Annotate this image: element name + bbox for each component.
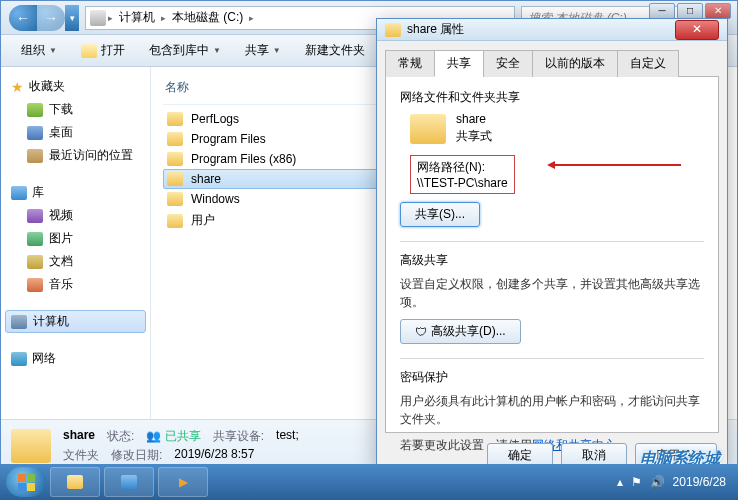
window-controls: ─ □ ✕ — [649, 3, 731, 19]
device-value: test; — [276, 428, 299, 445]
folder-icon — [167, 112, 183, 126]
section-desc: 设置自定义权限，创建多个共享，并设置其他高级共享选项。 — [400, 275, 704, 311]
download-icon — [27, 103, 43, 117]
folder-icon — [167, 132, 183, 146]
folder-icon — [167, 172, 183, 186]
device-label: 共享设备: — [213, 428, 264, 445]
star-icon: ★ — [11, 79, 24, 95]
sidebar-item-documents[interactable]: 文档 — [5, 250, 146, 273]
share-menu[interactable]: 共享▼ — [235, 38, 291, 63]
status-label: 状态: — [107, 428, 134, 445]
sidebar-libraries[interactable]: 库 — [5, 181, 146, 204]
clock[interactable]: 2019/6/28 — [673, 475, 726, 489]
tab-panel-sharing: 网络文件和文件夹共享 share 共享式 网络路径(N): \\TEST-PC\… — [385, 77, 719, 433]
nav-arrows: ← → ▾ — [9, 5, 79, 31]
netpath-label: 网络路径(N): — [417, 159, 508, 176]
desktop-icon — [27, 126, 43, 140]
sidebar: ★收藏夹 下载 桌面 最近访问的位置 库 视频 图片 文档 音乐 计算机 网络 — [1, 67, 151, 419]
taskbar-item-explorer[interactable] — [50, 467, 100, 497]
close-button[interactable]: ✕ — [705, 3, 731, 19]
tray-chevron-icon[interactable]: ▴ — [617, 475, 623, 489]
taskbar: ▶ ▴ ⚑ 🔊 2019/6/28 — [0, 464, 738, 500]
drive-icon — [90, 10, 106, 26]
sidebar-item-desktop[interactable]: 桌面 — [5, 121, 146, 144]
breadcrumb-computer[interactable]: 计算机 — [115, 9, 159, 26]
share-name: share — [456, 112, 492, 126]
shared-badge: 👥 已共享 — [146, 428, 200, 445]
document-icon — [27, 255, 43, 269]
library-icon — [121, 475, 137, 489]
advanced-share-button[interactable]: 🛡高级共享(D)... — [400, 319, 521, 344]
sidebar-item-pictures[interactable]: 图片 — [5, 227, 146, 250]
library-icon — [11, 186, 27, 200]
section-desc: 用户必须具有此计算机的用户帐户和密码，才能访问共享文件夹。 — [400, 392, 704, 428]
taskbar-item-media[interactable]: ▶ — [158, 467, 208, 497]
sidebar-item-videos[interactable]: 视频 — [5, 204, 146, 227]
sidebar-item-downloads[interactable]: 下载 — [5, 98, 146, 121]
organize-menu[interactable]: 组织▼ — [11, 38, 67, 63]
section-title: 密码保护 — [400, 369, 704, 386]
sidebar-item-recent[interactable]: 最近访问的位置 — [5, 144, 146, 167]
shared-folder-icon — [410, 114, 446, 144]
video-icon — [27, 209, 43, 223]
share-button[interactable]: 共享(S)... — [400, 202, 480, 227]
details-name: share — [63, 428, 95, 445]
section-title: 高级共享 — [400, 252, 704, 269]
folder-icon — [167, 214, 183, 228]
annotation-arrow — [551, 164, 681, 166]
folder-icon — [167, 152, 183, 166]
computer-icon — [11, 315, 27, 329]
tab-security[interactable]: 安全 — [483, 50, 533, 77]
include-menu[interactable]: 包含到库中▼ — [139, 38, 231, 63]
chevron-right-icon: ▸ — [161, 13, 166, 23]
tray-flag-icon[interactable]: ⚑ — [631, 475, 642, 489]
media-icon: ▶ — [179, 475, 188, 489]
sidebar-network[interactable]: 网络 — [5, 347, 146, 370]
section-title: 网络文件和文件夹共享 — [400, 89, 704, 106]
folder-icon — [385, 23, 401, 37]
network-path-box: 网络路径(N): \\TEST-PC\share — [410, 155, 515, 194]
type-label: 文件夹 — [63, 447, 99, 464]
new-folder-button[interactable]: 新建文件夹 — [295, 38, 375, 63]
picture-icon — [27, 232, 43, 246]
open-button[interactable]: 打开 — [71, 38, 135, 63]
sidebar-item-music[interactable]: 音乐 — [5, 273, 146, 296]
open-icon — [81, 44, 97, 58]
tab-sharing[interactable]: 共享 — [434, 50, 484, 77]
sidebar-computer[interactable]: 计算机 — [5, 310, 146, 333]
tab-strip: 常规 共享 安全 以前的版本 自定义 — [385, 49, 719, 77]
properties-dialog: share 属性 ✕ 常规 共享 安全 以前的版本 自定义 网络文件和文件夹共享… — [376, 18, 728, 470]
sidebar-favorites[interactable]: ★收藏夹 — [5, 75, 146, 98]
dialog-titlebar[interactable]: share 属性 ✕ — [377, 19, 727, 41]
breadcrumb-drive-c[interactable]: 本地磁盘 (C:) — [168, 9, 247, 26]
tray-volume-icon[interactable]: 🔊 — [650, 475, 665, 489]
chevron-right-icon: ▸ — [108, 13, 113, 23]
system-tray[interactable]: ▴ ⚑ 🔊 2019/6/28 — [617, 475, 732, 489]
windows-logo-icon — [18, 474, 35, 491]
back-button[interactable]: ← — [9, 5, 37, 31]
taskbar-item-explorer-2[interactable] — [104, 467, 154, 497]
share-mode: 共享式 — [456, 128, 492, 145]
folder-icon — [167, 192, 183, 206]
folder-icon-large — [11, 429, 51, 463]
shield-icon: 🛡 — [415, 325, 427, 339]
folder-icon — [67, 475, 83, 489]
chevron-right-icon: ▸ — [249, 13, 254, 23]
tab-customize[interactable]: 自定义 — [617, 50, 679, 77]
date-value: 2019/6/28 8:57 — [174, 447, 254, 464]
maximize-button[interactable]: □ — [677, 3, 703, 19]
date-label: 修改日期: — [111, 447, 162, 464]
dialog-close-button[interactable]: ✕ — [675, 20, 719, 40]
dialog-title: share 属性 — [407, 21, 464, 38]
network-icon — [11, 352, 27, 366]
history-dropdown[interactable]: ▾ — [65, 5, 79, 31]
start-button[interactable] — [6, 467, 46, 497]
music-icon — [27, 278, 43, 292]
forward-button[interactable]: → — [37, 5, 65, 31]
recent-icon — [27, 149, 43, 163]
minimize-button[interactable]: ─ — [649, 3, 675, 19]
tab-general[interactable]: 常规 — [385, 50, 435, 77]
tab-previous-versions[interactable]: 以前的版本 — [532, 50, 618, 77]
netpath-value: \\TEST-PC\share — [417, 176, 508, 190]
